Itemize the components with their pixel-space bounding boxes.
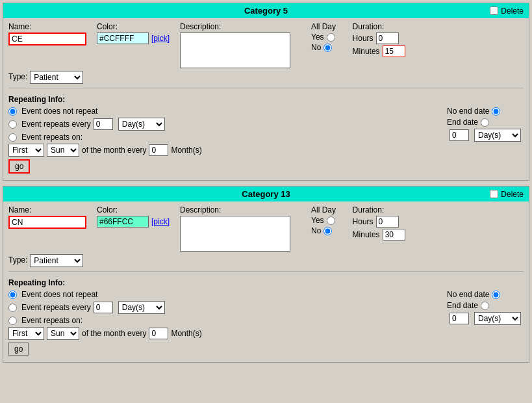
category5-panel: Category 5 Delete Name: Color: [pick] De… xyxy=(3,3,529,181)
repeat-on-radio-2[interactable] xyxy=(8,317,17,325)
repeat-every-num-2[interactable] xyxy=(94,302,113,313)
repeat-left-2: Event does not repeat Event repeats ever… xyxy=(8,290,421,340)
no-end-date-radio-1[interactable] xyxy=(492,107,500,116)
hours-row-2: Hours xyxy=(353,216,405,228)
delete-area-2: Delete xyxy=(490,190,524,199)
allday-duration-group-1: All Day Yes No xyxy=(311,22,337,53)
end-days-row-1: Day(s) Week(s) Month(s) xyxy=(447,129,524,142)
go-button-2[interactable]: go xyxy=(8,343,29,356)
go-button-1[interactable]: go xyxy=(8,159,30,174)
sun-select-2[interactable]: Sun Mon Tue Wed Thu Fri Sat xyxy=(47,327,79,340)
repeat-every-radio-2[interactable] xyxy=(8,304,17,312)
minutes-row-1: Minutes xyxy=(353,46,405,57)
no-repeat-label-1: Event does not repeat xyxy=(21,107,97,116)
color-area-1: [pick] xyxy=(97,32,170,44)
end-days-unit-1[interactable]: Day(s) Week(s) Month(s) xyxy=(474,129,521,142)
no-end-date-radio-2[interactable] xyxy=(492,291,500,299)
first-select-1[interactable]: First Second Third Fourth Last xyxy=(8,144,44,157)
fields-row-1: Name: Color: [pick] Description: All Day… xyxy=(8,22,524,68)
allday-yes-radio-2[interactable] xyxy=(327,216,335,225)
first-select-2[interactable]: First Second Third Fourth Last xyxy=(8,327,44,340)
month-row-2: First Second Third Fourth Last Sun Mon T… xyxy=(8,327,421,340)
month-num-2[interactable] xyxy=(149,328,168,339)
repeat-every-label-1: Event repeats every xyxy=(21,120,91,129)
no-end-date-row-2: No end date xyxy=(447,290,524,299)
minutes-input-2[interactable] xyxy=(383,229,405,240)
desc-label-1: Description: xyxy=(180,22,290,31)
delete-checkbox-2[interactable] xyxy=(490,190,498,198)
delete-label-1: Delete xyxy=(501,6,524,16)
category13-body: Name: Color: [pick] Description: All Day… xyxy=(3,202,529,362)
hours-input-1[interactable] xyxy=(376,32,399,44)
repeat-every-unit-1[interactable]: Day(s) Week(s) Month(s) xyxy=(118,118,165,131)
type-row-1: Type: Patient Staff Room Equipment xyxy=(8,71,524,84)
end-date-radio-1[interactable] xyxy=(481,118,489,127)
desc-input-2[interactable] xyxy=(180,216,290,252)
repeat-on-label-2: Event repeats on: xyxy=(21,316,82,325)
allday-duration-group-2: All Day Yes No xyxy=(311,205,337,237)
no-repeat-row-2: Event does not repeat xyxy=(8,290,421,299)
repeating-section-1: Repeating Info: Event does not repeat Ev… xyxy=(8,92,524,176)
end-date-row-2: End date xyxy=(447,301,524,310)
no-repeat-label-2: Event does not repeat xyxy=(21,290,97,299)
repeat-every-row-1: Event repeats every Day(s) Week(s) Month… xyxy=(8,118,421,131)
name-input-2[interactable] xyxy=(8,216,86,229)
hours-input-2[interactable] xyxy=(376,216,399,228)
desc-input-1[interactable] xyxy=(180,32,290,68)
repeat-on-row-2: Event repeats on: xyxy=(8,316,421,325)
category13-title: Category 13 xyxy=(242,189,290,199)
pick-link-1[interactable]: [pick] xyxy=(151,34,170,43)
allday-no-radio-2[interactable] xyxy=(323,227,332,235)
no-repeat-radio-2[interactable] xyxy=(8,291,17,299)
hours-label-2: Hours xyxy=(353,217,374,226)
delete-label-2: Delete xyxy=(501,190,524,199)
color-label-2: Color: xyxy=(97,205,170,214)
allday-no-row-1: No xyxy=(311,43,337,52)
no-label-2: No xyxy=(311,226,321,235)
minutes-input-1[interactable] xyxy=(383,46,405,57)
of-month-label-2: of the month every xyxy=(82,329,146,338)
hours-label-1: Hours xyxy=(353,34,374,43)
repeat-right-2: No end date End date Day(s) Week(s) Mont… xyxy=(447,290,524,327)
minutes-row-2: Minutes xyxy=(353,229,405,240)
delete-area-1: Delete xyxy=(490,6,524,16)
allday-no-row-2: No xyxy=(311,226,337,235)
repeat-on-radio-1[interactable] xyxy=(8,133,17,142)
category13-panel: Category 13 Delete Name: Color: [pick] D… xyxy=(3,186,529,363)
repeat-every-num-1[interactable] xyxy=(94,118,113,130)
end-days-num-2[interactable] xyxy=(450,313,469,324)
name-group-1: Name: xyxy=(8,22,86,46)
allday-yes-row-2: Yes xyxy=(311,216,337,225)
pick-link-2[interactable]: [pick] xyxy=(151,217,170,226)
repeat-every-radio-1[interactable] xyxy=(8,120,17,129)
end-date-radio-2[interactable] xyxy=(481,302,489,310)
desc-label-2: Description: xyxy=(180,205,290,214)
duration-label-2: Duration: xyxy=(353,205,405,214)
end-days-num-1[interactable] xyxy=(450,129,469,141)
sun-select-1[interactable]: Sun Mon Tue Wed Thu Fri Sat xyxy=(47,144,79,157)
color-input-2[interactable] xyxy=(97,216,149,228)
allday-yes-row-1: Yes xyxy=(311,32,337,42)
no-end-date-label-1: No end date xyxy=(447,107,489,116)
delete-checkbox-1[interactable] xyxy=(490,6,498,15)
no-end-date-row-1: No end date xyxy=(447,107,524,116)
minutes-label-2: Minutes xyxy=(353,230,380,239)
category13-header: Category 13 Delete xyxy=(3,187,529,202)
color-input-1[interactable] xyxy=(97,32,149,44)
end-date-label-1: End date xyxy=(447,118,478,127)
end-date-row-1: End date xyxy=(447,118,524,127)
category5-body: Name: Color: [pick] Description: All Day… xyxy=(3,18,529,180)
repeat-every-label-2: Event repeats every xyxy=(21,303,91,312)
allday-no-radio-1[interactable] xyxy=(323,44,332,52)
allday-yes-radio-1[interactable] xyxy=(327,33,335,42)
repeat-every-unit-2[interactable]: Day(s) Week(s) Month(s) xyxy=(118,301,165,314)
name-input-1[interactable] xyxy=(8,32,86,46)
end-days-unit-2[interactable]: Day(s) Week(s) Month(s) xyxy=(474,312,521,325)
repeat-right-1: No end date End date Day(s) Week(s) Mont… xyxy=(447,107,524,144)
type-select-2[interactable]: Patient Staff Room Equipment xyxy=(30,254,83,267)
type-select-1[interactable]: Patient Staff Room Equipment xyxy=(30,71,83,84)
no-repeat-radio-1[interactable] xyxy=(8,107,17,116)
month-num-1[interactable] xyxy=(149,144,168,156)
no-label-1: No xyxy=(311,43,321,52)
minutes-label-1: Minutes xyxy=(353,47,380,56)
